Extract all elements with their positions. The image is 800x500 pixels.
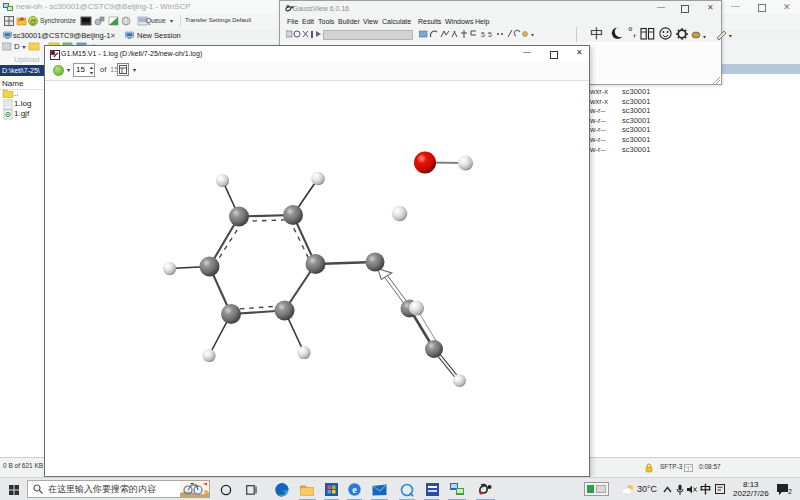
svg-text:5: 5 (488, 31, 492, 38)
svg-text:D: D (14, 42, 20, 51)
svg-text:@: @ (29, 18, 36, 25)
svg-text:5: 5 (481, 31, 485, 38)
svg-text:e: e (352, 484, 357, 495)
